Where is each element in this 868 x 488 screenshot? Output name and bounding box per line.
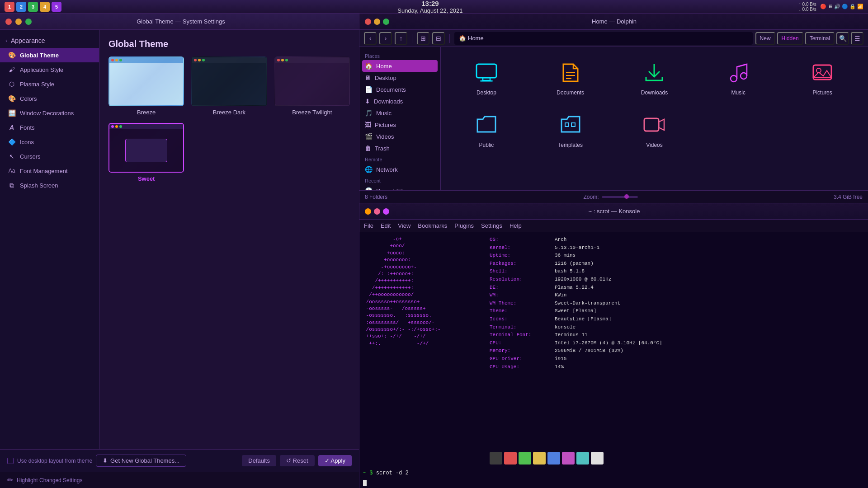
folder-videos[interactable]: Videos [616,107,693,152]
konsole-btn-1[interactable] [365,208,371,215]
view-mode-button[interactable]: ⊟ [432,32,445,45]
search-button[interactable]: 🔍 [836,32,849,45]
zoom-thumb[interactable] [624,194,629,199]
sidebar-item-icons[interactable]: 🔷 Icons [0,135,99,149]
sidebar-item-window-decorations[interactable]: 🪟 Window Decorations [0,106,99,120]
up-button[interactable]: ↑ [395,32,407,45]
location-bar[interactable]: 🏠 Home [454,32,753,45]
forward-button[interactable]: › [379,32,392,45]
dolphin-place-home[interactable]: 🏠 Home [362,60,438,72]
palette-color-8[interactable] [591,452,604,465]
theme-breeze-dark[interactable]: Breeze Dark [191,56,267,116]
reset-button[interactable]: ↺ Reset [280,455,315,466]
new-button[interactable]: New [755,32,775,45]
apply-button[interactable]: ✓ Apply [318,455,352,466]
folder-count: 8 Folders [365,194,387,200]
task-1[interactable]: 1 [5,2,14,12]
theme-breeze[interactable]: Breeze [108,56,184,116]
sidebar-item-application-style[interactable]: 🖌 Application Style [0,62,99,77]
defaults-button[interactable]: Defaults [242,455,276,466]
get-new-themes-button[interactable]: ⬇ Get New Global Themes... [96,455,186,467]
dolphin-place-network[interactable]: 🌐 Network [359,164,440,175]
sidebar-item-splash-screen[interactable]: ⧉ Splash Screen [0,178,99,192]
recent-section-label: Recent [359,175,440,185]
dolphin-max-btn[interactable] [383,19,389,25]
palette-color-5[interactable] [547,452,560,465]
settings-max-btn[interactable] [25,19,32,25]
svg-rect-12 [571,123,575,127]
task-4[interactable]: 4 [40,2,50,12]
menu-button[interactable]: ☰ [851,32,863,45]
folder-templates[interactable]: Templates [532,107,609,152]
palette-color-4[interactable] [533,452,546,465]
dolphin-content: Desktop [441,47,868,190]
appearance-section[interactable]: ‹ Appearance [0,33,99,48]
menu-plugins[interactable]: Plugins [454,222,474,229]
settings-body: ‹ Appearance 🎨 Global Theme 🖌 Applicatio… [0,30,359,449]
sidebar-item-fonts[interactable]: A Fonts [0,120,99,135]
konsole-cursor-line[interactable] [359,478,868,488]
pictures-place-label: Pictures [375,122,396,128]
theme-breeze-twilight[interactable]: Breeze Twilight [274,56,350,116]
sidebar-item-cursors[interactable]: ↖ Cursors [0,149,99,164]
dolphin-place-videos[interactable]: 🎬 Videos [359,131,440,142]
settings-close-btn[interactable] [5,19,12,25]
dolphin-place-recent-files[interactable]: 🕐 Recent Files [359,185,440,190]
menu-view[interactable]: View [398,222,410,229]
settings-min-btn[interactable] [15,19,22,25]
desktop-place-label: Desktop [375,75,396,81]
taskbar: 1 2 3 4 5 [5,2,61,12]
icons-icon: 🔷 [7,137,16,146]
sys-info: OS:Arch Kernel:5.13.10-arch1-1 Uptime:36… [490,236,864,448]
cursor [363,480,367,486]
checkbox-icon[interactable] [7,458,14,464]
folder-desktop[interactable]: Desktop [448,54,525,99]
terminal-button[interactable]: Terminal [805,32,835,45]
folder-public[interactable]: Public [448,107,525,152]
dolphin-place-downloads[interactable]: ⬇ Downloads [359,95,440,107]
dolphin-place-music[interactable]: 🎵 Music [359,107,440,119]
task-3[interactable]: 3 [28,2,38,12]
menu-file[interactable]: File [364,222,373,229]
zoom-slider[interactable] [602,196,638,198]
dolphin-min-btn[interactable] [374,19,380,25]
folders-grid: Desktop [448,54,861,152]
sidebar-item-plasma-style[interactable]: ⬡ Plasma Style [0,77,99,91]
konsole-btn-2[interactable] [374,208,380,215]
sidebar-item-colors[interactable]: 🎨 Colors [0,91,99,106]
back-button[interactable]: ‹ [364,32,377,45]
settings-panel: Global Theme — System Settings ‹ Appeara… [0,14,359,488]
palette-color-7[interactable] [576,452,589,465]
sidebar-item-font-management[interactable]: Aa Font Management [0,164,99,178]
palette-color-6[interactable] [562,452,575,465]
palette-color-2[interactable] [504,452,517,465]
folder-music[interactable]: Music [700,54,777,99]
dolphin-close-btn[interactable] [365,19,371,25]
split-view-button[interactable]: ⊞ [417,32,429,45]
dolphin-place-documents[interactable]: 📄 Documents [359,84,440,95]
folder-documents[interactable]: Documents [532,54,609,99]
palette-color-1[interactable] [490,452,502,465]
task-2[interactable]: 2 [16,2,26,12]
folder-pictures[interactable]: Pictures [784,54,861,99]
downloads-folder-label: Downloads [641,89,668,96]
sidebar-item-global-theme[interactable]: 🎨 Global Theme [0,48,99,62]
dolphin-place-trash[interactable]: 🗑 Trash [359,142,440,154]
dolphin-place-pictures[interactable]: 🖼 Pictures [359,119,440,131]
location-text: Home [468,35,484,42]
menu-bookmarks[interactable]: Bookmarks [418,222,447,229]
konsole-btn-3[interactable] [383,208,389,215]
svg-rect-1 [483,78,490,80]
menu-edit[interactable]: Edit [381,222,391,229]
task-5[interactable]: 5 [52,2,61,12]
palette-color-3[interactable] [519,452,531,465]
menu-settings[interactable]: Settings [481,222,502,229]
zoom-control[interactable]: Zoom: [583,194,637,200]
folder-downloads[interactable]: Downloads [616,54,693,99]
dolphin-statusbar: 8 Folders Zoom: 3.4 GiB free [359,190,868,203]
use-desktop-layout-checkbox[interactable]: Use desktop layout from theme [7,458,92,464]
hidden-button[interactable]: Hidden [777,32,803,45]
dolphin-place-desktop[interactable]: 🖥 Desktop [359,72,440,84]
menu-help[interactable]: Help [509,222,522,229]
theme-sweet[interactable]: Sweet [108,123,184,182]
